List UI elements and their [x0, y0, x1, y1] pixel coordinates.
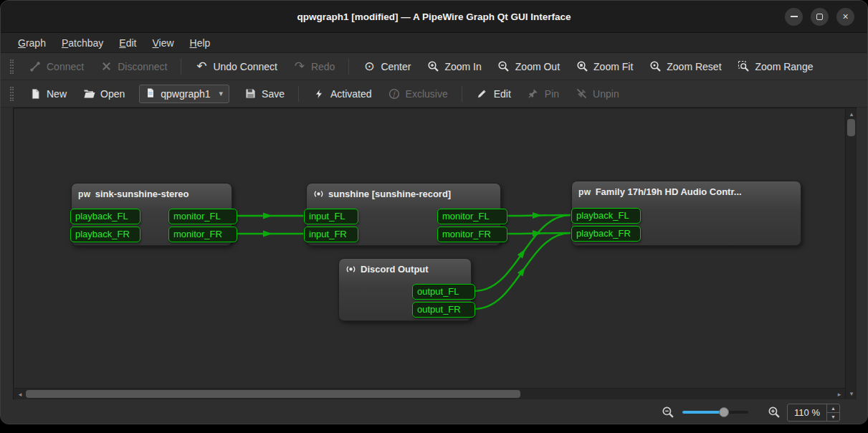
menu-patchbay[interactable]: Patchbay	[54, 35, 110, 51]
zoom-fit-icon	[576, 60, 588, 73]
pin-button: Pin	[520, 83, 566, 105]
new-patchbay-button[interactable]: New	[22, 83, 74, 105]
node-sink-sunshine-stereo[interactable]: pw sink-sunshine-stereo playback_FL play…	[71, 183, 232, 246]
edge-arrow	[263, 231, 272, 237]
zoom-slider[interactable]	[682, 411, 748, 414]
svg-text:f: f	[393, 90, 396, 97]
undo-connect-button[interactable]: ↶ Undo Connect	[188, 56, 285, 77]
port-output_FR[interactable]: output_FR	[412, 302, 475, 318]
pipewire-icon: pw	[78, 189, 91, 199]
zoom-fit-button[interactable]: Zoom Fit	[568, 56, 640, 77]
window-title: qpwgraph1 [modified] — A PipeWire Graph …	[297, 11, 571, 22]
port-input_FL[interactable]: input_FL	[304, 209, 358, 224]
toolbar-drag-handle[interactable]	[10, 87, 14, 101]
pin-icon	[527, 87, 540, 100]
port-monitor_FR[interactable]: monitor_FR	[168, 227, 237, 242]
graph-canvas[interactable]: pw sink-sunshine-stereo playback_FL play…	[14, 109, 844, 388]
qpwgraph-window: qpwgraph1 [modified] — A PipeWire Graph …	[0, 0, 868, 424]
minimize-button[interactable]	[785, 8, 803, 26]
zoom-slider-handle[interactable]	[719, 407, 729, 417]
port-playback_FL[interactable]: playback_FL	[70, 209, 140, 224]
node-family-hd-audio[interactable]: pw Family 17h/19h HD Audio Contr... play…	[571, 181, 801, 246]
maximize-button[interactable]	[811, 8, 829, 26]
zoom-out-icon	[497, 60, 510, 73]
zoom-out-icon	[661, 405, 675, 419]
horizontal-scrollbar-thumb[interactable]	[26, 390, 520, 398]
port-playback_FR[interactable]: playback_FR	[571, 226, 641, 242]
edge-arrow	[533, 212, 542, 219]
activated-toggle[interactable]: Activated	[305, 83, 379, 105]
statusbar: 110 % ▲ ▼	[1, 399, 867, 424]
new-file-icon	[29, 87, 42, 100]
zoom-in-icon	[767, 405, 781, 419]
menu-view[interactable]: View	[145, 35, 181, 51]
connection-edges	[14, 109, 844, 388]
open-folder-icon	[82, 87, 95, 100]
zoom-reset-button[interactable]: Zoom Reset	[642, 56, 728, 77]
spin-up-button[interactable]: ▲	[827, 404, 839, 412]
vertical-scrollbar[interactable]: ▴ ▾	[845, 109, 857, 399]
toolbar-separator	[462, 86, 462, 102]
redo-button: ↷ Redo	[286, 56, 342, 77]
toolbar-drag-handle[interactable]	[10, 60, 14, 74]
edit-patchbay-button[interactable]: Edit	[469, 83, 518, 105]
titlebar[interactable]: qpwgraph1 [modified] — A PipeWire Graph …	[1, 1, 867, 33]
lightning-icon	[313, 87, 325, 100]
disconnect-button: Disconnect	[92, 56, 174, 77]
node-sunshine[interactable]: sunshine [sunshine-record] input_FL inpu…	[306, 183, 501, 246]
port-playback_FL[interactable]: playback_FL	[571, 208, 641, 224]
scroll-right-arrow[interactable]: ▸	[835, 390, 844, 399]
undo-icon: ↶	[195, 60, 208, 73]
node-header: pw Family 17h/19h HD Audio Contr...	[572, 181, 801, 197]
scroll-left-arrow[interactable]: ◂	[16, 390, 24, 399]
port-monitor_FL[interactable]: monitor_FL	[437, 209, 507, 224]
connect-button: Connect	[22, 56, 91, 77]
spin-down-button[interactable]: ▼	[827, 412, 839, 421]
scroll-down-arrow[interactable]: ▾	[846, 389, 857, 398]
port-playback_FR[interactable]: playback_FR	[70, 227, 140, 242]
window-controls: ×	[785, 1, 854, 32]
zoom-in-button[interactable]: Zoom In	[419, 56, 488, 77]
close-button[interactable]: ×	[836, 8, 854, 26]
spin-buttons: ▲ ▼	[826, 404, 839, 421]
graph-canvas-frame: pw sink-sunshine-stereo playback_FL play…	[13, 108, 857, 399]
port-monitor_FR[interactable]: monitor_FR	[437, 227, 507, 242]
node-title: Family 17h/19h HD Audio Contr...	[596, 186, 742, 197]
patchbay-selector[interactable]: qpwgraph1 ▾	[139, 85, 229, 103]
unpin-button: Unpin	[568, 83, 626, 105]
vertical-scrollbar-thumb[interactable]	[847, 119, 855, 136]
redo-icon: ↷	[293, 60, 306, 73]
record-icon	[313, 189, 324, 199]
menu-edit[interactable]: Edit	[112, 35, 143, 51]
node-header: Discord Output	[339, 259, 471, 275]
port-output_FL[interactable]: output_FL	[412, 284, 475, 300]
port-monitor_FL[interactable]: monitor_FL	[168, 209, 237, 224]
zoom-out-button[interactable]: Zoom Out	[490, 56, 567, 77]
zoom-value[interactable]: 110 %	[788, 404, 826, 421]
port-input_FR[interactable]: input_FR	[304, 227, 358, 242]
open-patchbay-button[interactable]: Open	[75, 83, 132, 105]
menu-graph[interactable]: Graph	[11, 35, 53, 51]
zoom-range-button[interactable]: Zoom Range	[730, 56, 821, 77]
toolbar-separator	[298, 86, 299, 102]
minimize-icon	[791, 16, 798, 17]
node-discord-output[interactable]: Discord Output output_FL output_FR	[338, 258, 472, 321]
zoom-spinbox[interactable]: 110 % ▲ ▼	[787, 404, 840, 422]
menu-help[interactable]: Help	[183, 35, 218, 51]
edge-arrow	[263, 213, 272, 219]
patchbay-toolbar: New Open qpwgraph1 ▾ Save Activated	[1, 80, 867, 108]
node-header: sunshine [sunshine-record]	[307, 184, 500, 199]
record-icon	[345, 264, 356, 275]
exclusive-icon: f	[388, 87, 401, 100]
close-icon: ×	[842, 11, 848, 22]
center-button[interactable]: ⊙ Center	[356, 56, 418, 77]
scroll-up-arrow[interactable]: ▴	[846, 110, 857, 118]
menubar: Graph Patchbay Edit View Help	[1, 33, 867, 53]
pipewire-icon: pw	[578, 187, 591, 197]
unpin-icon	[575, 87, 588, 100]
zoom-in-icon	[426, 60, 439, 73]
zoom-reset-icon	[649, 60, 662, 73]
horizontal-scrollbar[interactable]: ◂ ▸	[14, 388, 845, 399]
patchbay-file-icon	[146, 87, 156, 100]
save-patchbay-button[interactable]: Save	[237, 83, 292, 105]
